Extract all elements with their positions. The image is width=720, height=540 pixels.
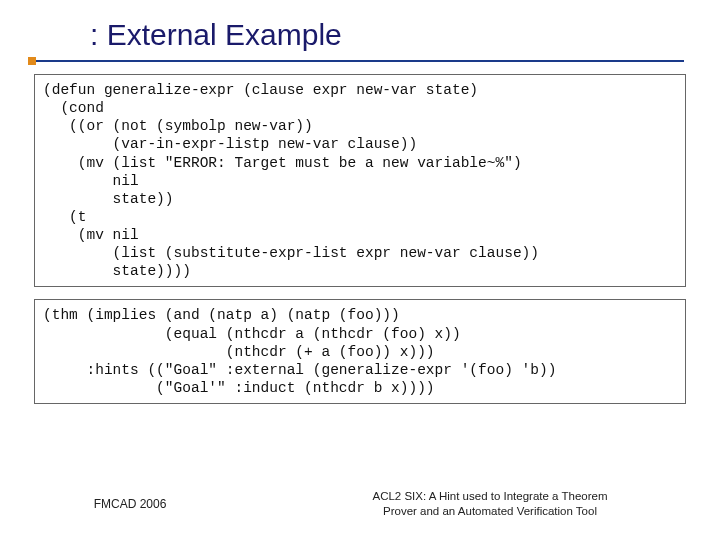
footer-right-line2: Prover and an Automated Verification Too… [383,505,597,517]
code-block-thm: (thm (implies (and (natp a) (natp (foo))… [34,299,686,404]
code-block-defun: (defun generalize-expr (clause expr new-… [34,74,686,287]
footer: FMCAD 2006 ACL2 SIX: A Hint used to Inte… [0,489,720,518]
footer-right-line1: ACL2 SIX: A Hint used to Integrate a The… [372,490,607,502]
title-rule [36,60,684,62]
footer-right: ACL2 SIX: A Hint used to Integrate a The… [260,489,720,518]
footer-left: FMCAD 2006 [0,497,260,511]
slide-title: : External Example [90,18,720,52]
